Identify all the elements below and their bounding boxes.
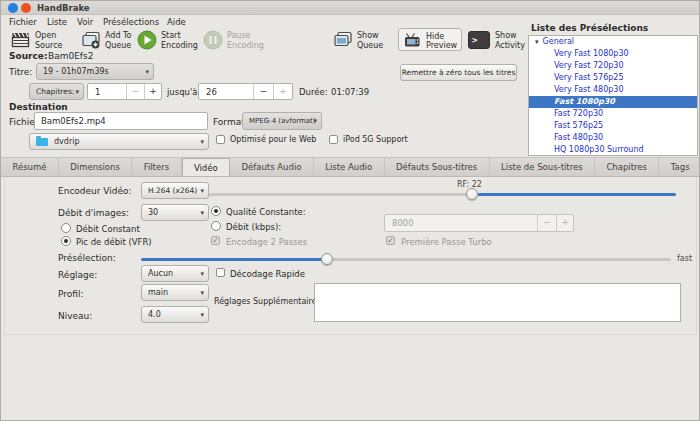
- preset-item[interactable]: Very Fast 1080p30: [529, 48, 697, 60]
- expander-arrow-icon[interactable]: ▾: [535, 38, 539, 46]
- bitrate-radio[interactable]: [211, 221, 221, 231]
- source-label: Source:: [9, 51, 48, 61]
- web-optimized-checkbox[interactable]: [216, 135, 225, 144]
- cfr-radio[interactable]: [61, 223, 71, 233]
- terminal-icon: >: [468, 31, 490, 49]
- open-source-label-1: Open: [35, 31, 62, 41]
- show-activity-label-2: Activity: [495, 41, 525, 51]
- preset-item[interactable]: Very Fast 480p30: [529, 84, 697, 96]
- tune-select[interactable]: Aucun ▾: [141, 265, 209, 282]
- chapters-mode-value: Chapitres:: [36, 87, 74, 96]
- file-name-input[interactable]: Bam0Efs2.mp4: [34, 112, 208, 130]
- tab-audio-list[interactable]: Liste Audio: [314, 158, 385, 176]
- format-select[interactable]: MPEG-4 (avformat) ▾: [242, 112, 322, 130]
- reset-all-titles-button[interactable]: Remettre à zéro tous les titres: [400, 64, 517, 81]
- bitrate-spinner[interactable]: 8000 − +: [384, 214, 574, 232]
- turbo-first-pass-label: Première Passe Turbo: [401, 237, 492, 247]
- encoder-preset-slider-handle[interactable]: [321, 253, 333, 265]
- quality-slider-fill: [478, 193, 676, 196]
- preset-item[interactable]: Fast 720p30: [529, 108, 697, 120]
- menu-fichier[interactable]: Fichier: [9, 17, 37, 27]
- encoder-preset-slider[interactable]: [141, 258, 671, 261]
- encoder-preset-value: fast: [677, 254, 692, 263]
- tab-dimensions[interactable]: Dimensions: [59, 158, 132, 176]
- window-button-blue-icon[interactable]: [8, 3, 18, 13]
- add-queue-label-2: Queue: [105, 41, 131, 51]
- open-source-button[interactable]: [11, 30, 31, 50]
- menu-liste[interactable]: Liste: [47, 17, 67, 27]
- tab-subtitle-defaults[interactable]: Défauts Sous-titres: [385, 158, 490, 176]
- preset-item[interactable]: Fast 576p25: [529, 120, 697, 132]
- vfr-radio[interactable]: [61, 236, 71, 246]
- titlebar: HandBrake: [1, 1, 700, 15]
- duration-label: Durée:: [299, 87, 328, 97]
- chapter-end-spinner[interactable]: 26 − +: [198, 83, 293, 100]
- turbo-first-pass-checkbox[interactable]: ✓: [386, 236, 395, 245]
- preset-group-general[interactable]: ▾General: [529, 36, 697, 48]
- cfr-label: Débit Constant: [76, 224, 140, 234]
- chevron-down-icon: ▾: [200, 209, 204, 217]
- start-encoding-button[interactable]: [137, 30, 157, 50]
- destination-folder-select[interactable]: dvdrip ▾: [29, 133, 209, 150]
- chapter-start-spinner[interactable]: 1 − +: [87, 83, 162, 100]
- tab-audio-defaults[interactable]: Défauts Audio: [230, 158, 314, 176]
- tab-chapters[interactable]: Chapitres: [595, 158, 659, 176]
- decrement-icon[interactable]: −: [253, 84, 273, 99]
- tab-video[interactable]: Vidéo: [182, 158, 231, 176]
- preset-item[interactable]: HQ 1080p30 Surround: [529, 144, 697, 156]
- tune-value: Aucun: [148, 269, 173, 278]
- level-label: Niveau:: [58, 311, 92, 321]
- quality-slider-handle[interactable]: [466, 188, 478, 200]
- chevron-down-icon: ▾: [200, 138, 204, 146]
- window-button-orange-icon[interactable]: [21, 3, 31, 13]
- preset-item[interactable]: Very Fast 576p25: [529, 72, 697, 84]
- extra-options-textarea[interactable]: [314, 283, 681, 322]
- show-activity-button[interactable]: >: [468, 31, 490, 49]
- framerate-select[interactable]: 30 ▾: [141, 204, 209, 221]
- show-queue-label-2: Queue: [357, 41, 383, 51]
- two-pass-checkbox[interactable]: ✓: [211, 236, 220, 245]
- bitrate-value: 8000: [385, 215, 537, 231]
- increment-icon[interactable]: +: [273, 84, 292, 99]
- video-encoder-value: H.264 (x264): [148, 186, 197, 195]
- folder-icon: [36, 138, 48, 146]
- constant-quality-radio[interactable]: [211, 206, 221, 216]
- add-queue-label-1: Add To: [105, 31, 131, 41]
- pause-icon: [203, 30, 223, 50]
- extra-options-label: Réglages Supplémentaires:: [214, 297, 323, 306]
- preset-item[interactable]: Very Fast 720p30: [529, 60, 697, 72]
- chapter-end-value: 26: [199, 84, 253, 99]
- tab-subtitle-list[interactable]: Liste de Sous-titres: [490, 158, 595, 176]
- profile-value: main: [148, 288, 168, 297]
- source-value: Bam0Efs2: [48, 51, 93, 61]
- two-pass-label: Encodage 2 Passes: [226, 237, 307, 247]
- chapters-mode-select[interactable]: Chapitres: ▾: [29, 83, 84, 100]
- tab-resume[interactable]: Résumé: [1, 158, 59, 176]
- ipod-support-checkbox[interactable]: [329, 135, 338, 144]
- fast-decode-checkbox[interactable]: [216, 268, 225, 277]
- decrement-icon[interactable]: −: [126, 84, 144, 99]
- profile-select[interactable]: main ▾: [141, 284, 209, 301]
- video-encoder-select[interactable]: H.264 (x264) ▾: [141, 182, 209, 199]
- tune-label: Réglage:: [58, 270, 97, 280]
- tab-filters[interactable]: Filters: [132, 158, 181, 176]
- show-queue-button[interactable]: [333, 30, 353, 50]
- menu-aide[interactable]: Aide: [167, 17, 186, 27]
- hide-preview-label-2: Preview: [426, 41, 457, 51]
- increment-icon[interactable]: +: [556, 215, 573, 231]
- preset-item[interactable]: Fast 480p30: [529, 132, 697, 144]
- menu-voir[interactable]: Voir: [77, 17, 93, 27]
- preset-item-selected[interactable]: Fast 1080p30: [529, 96, 697, 108]
- quality-slider[interactable]: [209, 193, 676, 196]
- add-to-queue-button[interactable]: [81, 30, 101, 50]
- start-encoding-label-1: Start: [161, 31, 198, 41]
- chevron-down-icon: ▾: [200, 270, 204, 278]
- tab-tags[interactable]: Tags: [659, 158, 700, 176]
- decrement-icon[interactable]: −: [537, 215, 556, 231]
- title-select[interactable]: 19 - 01h07m39s ▾: [36, 63, 154, 80]
- menu-preselections[interactable]: Présélections: [103, 17, 159, 27]
- increment-icon[interactable]: +: [144, 84, 161, 99]
- hide-preview-button[interactable]: Hide Preview: [398, 28, 462, 51]
- level-select[interactable]: 4.0 ▾: [141, 306, 209, 323]
- pause-encoding-button[interactable]: [203, 30, 223, 50]
